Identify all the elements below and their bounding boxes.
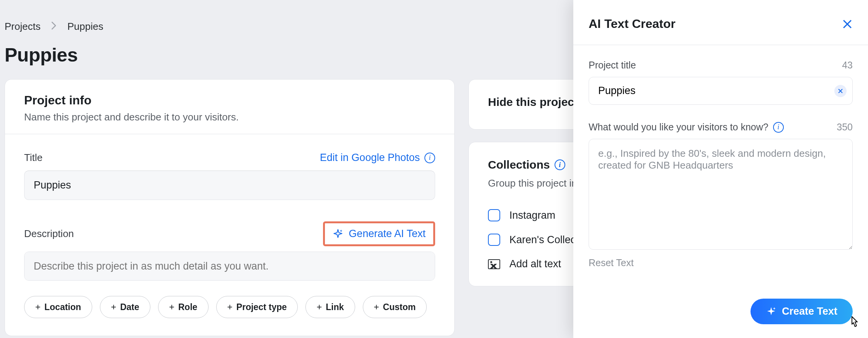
info-icon[interactable]: i — [555, 159, 565, 170]
ai-project-title-input[interactable] — [589, 77, 853, 105]
project-info-card: Project info Name this project and descr… — [5, 79, 455, 336]
chevron-right-icon — [51, 21, 57, 32]
clear-input-icon[interactable] — [834, 85, 847, 97]
chip-link[interactable]: +Link — [305, 296, 355, 318]
generate-ai-text-button[interactable]: Generate AI Text — [323, 221, 435, 246]
breadcrumb-root[interactable]: Projects — [5, 21, 41, 32]
chip-location[interactable]: +Location — [24, 296, 92, 318]
image-icon — [488, 259, 500, 269]
title-input[interactable] — [24, 171, 435, 200]
info-icon[interactable]: i — [773, 122, 784, 133]
description-input[interactable] — [24, 252, 435, 281]
sparkle-icon — [333, 229, 343, 239]
page-title: Puppies — [5, 44, 78, 66]
info-icon[interactable]: i — [424, 153, 435, 163]
close-icon[interactable] — [842, 19, 853, 29]
ai-prompt-label: What would you like your visitors to kno… — [589, 122, 784, 133]
plus-icon: + — [317, 302, 322, 312]
chip-project-type[interactable]: +Project type — [216, 296, 298, 318]
project-info-heading: Project info — [24, 93, 435, 107]
checkbox[interactable] — [488, 234, 500, 246]
sparkle-icon — [766, 306, 777, 317]
plus-icon: + — [227, 302, 233, 312]
ai-prompt-textarea[interactable] — [589, 139, 853, 250]
project-info-sub: Name this project and describe it to you… — [24, 111, 435, 123]
ai-panel-title: AI Text Creator — [589, 17, 675, 31]
ai-text-creator-panel: AI Text Creator Project title 43 What wo… — [573, 0, 868, 338]
edit-google-photos-link[interactable]: Edit in Google Photos i — [320, 152, 435, 164]
title-label: Title — [24, 152, 42, 164]
description-label: Description — [24, 228, 74, 240]
plus-icon: + — [35, 302, 41, 312]
ai-prompt-count: 350 — [837, 122, 853, 133]
create-text-button[interactable]: Create Text — [751, 299, 853, 324]
chip-date[interactable]: +Date — [100, 296, 150, 318]
plus-icon: + — [169, 302, 175, 312]
checkbox[interactable] — [488, 209, 500, 221]
breadcrumb-current[interactable]: Puppies — [67, 21, 103, 32]
chip-custom[interactable]: +Custom — [363, 296, 427, 318]
metadata-chips: +Location +Date +Role +Project type +Lin… — [24, 296, 435, 318]
plus-icon: + — [374, 302, 379, 312]
ai-project-title-count: 43 — [842, 60, 853, 71]
ai-project-title-label: Project title — [589, 60, 636, 71]
chip-role[interactable]: +Role — [158, 296, 209, 318]
reset-text-link[interactable]: Reset Text — [589, 257, 634, 268]
plus-icon: + — [111, 302, 116, 312]
